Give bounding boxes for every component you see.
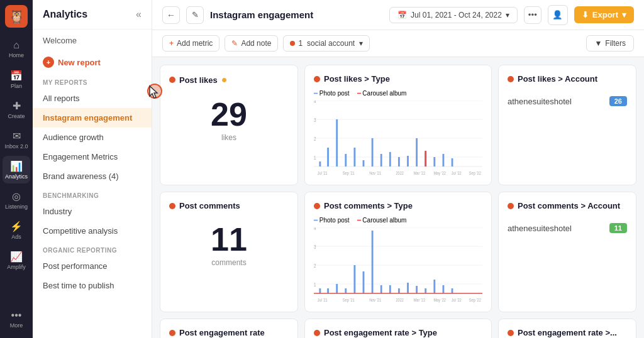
svg-rect-54: [416, 286, 418, 293]
post-comments-type-title: Post comments > Type: [324, 201, 413, 210]
post-likes-unit: likes: [169, 133, 289, 142]
svg-rect-15: [372, 138, 374, 166]
export-button[interactable]: ⬇ Export ▾: [574, 6, 634, 23]
post-engagement-rate-type-dot: [314, 330, 320, 336]
svg-rect-48: [363, 271, 365, 293]
post-likes-type-title: Post likes > Type: [324, 74, 390, 84]
post-likes-account-dot: [508, 76, 514, 82]
content-area: Post likes ● 29 likes Post likes > Type …: [152, 57, 644, 338]
report-title: Instagram engagement: [210, 9, 383, 20]
sidebar-item-audience-growth[interactable]: Audience growth: [33, 128, 152, 147]
calendar-icon: 📅: [397, 11, 407, 19]
account-count: 1: [298, 39, 303, 48]
sidebar-header: Analytics «: [33, 0, 152, 30]
account-label: social account: [307, 39, 355, 48]
edit-button[interactable]: ✎: [186, 6, 204, 24]
sidebar-item-instagram-engagement[interactable]: Instagram engagement: [33, 108, 152, 128]
svg-rect-52: [398, 288, 400, 293]
nav-listening[interactable]: ◎ Listening: [3, 186, 30, 214]
post-engagement-rate-type-header: Post engagement rate > Type: [314, 328, 482, 337]
date-range-picker[interactable]: 📅 Jul 01, 2021 - Oct 24, 2022 ▾: [389, 7, 518, 23]
sidebar-item-engagement-metrics[interactable]: Engagement Metrics: [33, 147, 152, 166]
svg-text:Nov '21: Nov '21: [369, 170, 381, 175]
svg-rect-57: [443, 285, 445, 293]
svg-text:Jul '21: Jul '21: [318, 297, 328, 302]
sidebar-item-competitive-analysis[interactable]: Competitive analysis: [33, 221, 152, 241]
sidebar-item-all-reports[interactable]: All reports: [33, 89, 152, 108]
nav-ads[interactable]: ⚡ Ads: [3, 216, 30, 244]
nav-plan[interactable]: 📅 Plan: [3, 65, 30, 93]
post-likes-card: Post likes ● 29 likes: [160, 65, 298, 185]
nav-home-label: Home: [9, 52, 24, 58]
add-note-button[interactable]: ✎ Add note: [225, 35, 278, 52]
svg-rect-45: [336, 284, 338, 293]
filters-icon: ▼: [594, 39, 602, 48]
sidebar: Analytics « Welcome + New report MY REPO…: [33, 0, 152, 338]
svg-text:3: 3: [314, 244, 316, 250]
sidebar-item-industry[interactable]: Industry: [33, 202, 152, 221]
svg-text:2022: 2022: [396, 170, 404, 175]
sidebar-item-brand-awareness[interactable]: Brand awareness (4): [33, 166, 152, 186]
nav-more[interactable]: ••• More: [3, 305, 30, 333]
svg-text:Jul '22: Jul '22: [452, 170, 462, 175]
svg-text:Jul '22: Jul '22: [452, 297, 462, 302]
more-options-icon: •••: [528, 10, 537, 19]
sidebar-welcome-item[interactable]: Welcome: [33, 30, 152, 52]
post-comments-type-header: Post comments > Type: [314, 201, 482, 210]
back-button[interactable]: ←: [162, 6, 180, 24]
sidebar-collapse-button[interactable]: «: [136, 9, 142, 20]
post-comments-type-card: Post comments > Type ━ Photo post ━ Caro…: [304, 192, 492, 312]
share-button[interactable]: 👤: [548, 5, 568, 25]
nav-amplify[interactable]: 📈 Amplify: [3, 246, 30, 274]
post-likes-account-title: Post likes > Account: [518, 74, 597, 84]
more-options-button[interactable]: •••: [524, 6, 541, 24]
nav-home[interactable]: ⌂ Home: [3, 35, 30, 63]
post-likes-type-chart: 4 3 2 1: [314, 101, 482, 176]
account-chevron-icon: ▾: [359, 39, 363, 48]
nav-inbox[interactable]: ✉ Inbox 2.0: [3, 126, 30, 153]
listening-icon: ◎: [12, 190, 21, 202]
post-likes-status-dot: ●: [221, 74, 228, 85]
amplify-icon: 📈: [10, 251, 23, 263]
svg-rect-10: [327, 148, 329, 166]
svg-rect-49: [372, 231, 374, 293]
post-comments-account-badge: 11: [609, 223, 627, 233]
svg-rect-58: [452, 288, 453, 293]
nav-listening-label: Listening: [5, 204, 28, 210]
filters-button[interactable]: ▼ Filters: [586, 35, 634, 52]
post-likes-account-row: athenesuiteshotel 26: [508, 96, 627, 106]
svg-text:1: 1: [314, 281, 316, 288]
nav-create-label: Create: [8, 113, 25, 119]
post-engagement-rate-card: Post engagement rate: [160, 319, 298, 338]
social-account-button[interactable]: 1 social account ▾: [283, 35, 370, 52]
svg-rect-9: [319, 161, 321, 166]
nav-analytics[interactable]: 📊 Analytics: [3, 156, 30, 183]
post-comments-value: 11: [169, 223, 289, 256]
nav-plan-label: Plan: [11, 83, 22, 89]
add-metric-button[interactable]: + Add metric: [162, 35, 219, 52]
share-icon: 👤: [552, 10, 563, 19]
home-icon: ⌂: [13, 40, 19, 51]
svg-rect-22: [433, 157, 435, 166]
nav-create[interactable]: ✚ Create: [3, 95, 30, 123]
svg-text:3: 3: [314, 117, 316, 123]
post-comments-type-dot: [314, 203, 320, 209]
svg-rect-16: [380, 154, 382, 166]
post-engagement-rate-account-dot: [508, 330, 514, 336]
post-comments-account-name: athenesuiteshotel: [508, 224, 572, 233]
post-engagement-rate-account-title: Post engagement rate >...: [518, 328, 617, 337]
svg-rect-55: [425, 288, 426, 293]
new-report-button[interactable]: + New report: [33, 52, 152, 73]
svg-text:Sep '22: Sep '22: [469, 170, 481, 176]
sidebar-item-best-time[interactable]: Best time to publish: [33, 276, 152, 295]
post-likes-account-card: Post likes > Account athenesuiteshotel 2…: [498, 65, 636, 185]
svg-text:Sep '21: Sep '21: [343, 170, 355, 176]
create-icon: ✚: [13, 100, 21, 112]
svg-text:Jul '21: Jul '21: [318, 170, 328, 175]
sidebar-item-post-performance[interactable]: Post performance: [33, 256, 152, 276]
nav-inbox-label: Inbox 2.0: [4, 143, 28, 150]
svg-text:2: 2: [314, 136, 316, 142]
plan-icon: 📅: [10, 70, 23, 82]
svg-text:2: 2: [314, 263, 316, 269]
svg-rect-18: [398, 157, 400, 166]
